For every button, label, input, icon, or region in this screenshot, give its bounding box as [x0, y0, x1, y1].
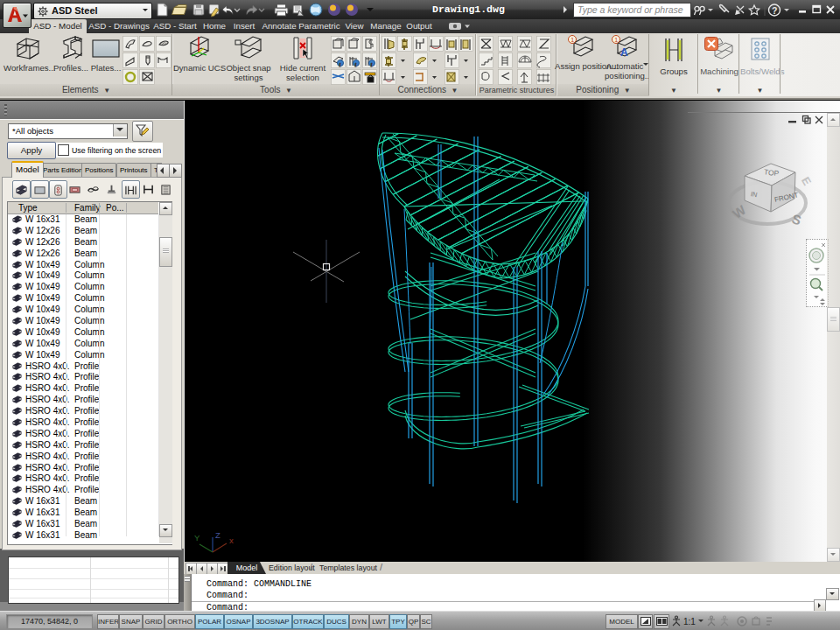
svg-text:Y: Y [194, 533, 200, 542]
svg-text:1:1: 1:1 [683, 617, 696, 626]
svg-text:Z: Z [215, 530, 220, 540]
svg-text:A: A [620, 46, 628, 59]
svg-text:TOP: TOP [764, 167, 780, 178]
svg-text:1: 1 [614, 37, 618, 43]
svg-text:i: i [355, 61, 357, 68]
svg-text:E: E [799, 175, 814, 188]
svg-text:x: x [229, 536, 234, 545]
svg-text:1: 1 [570, 37, 574, 43]
svg-text:W: W [730, 201, 749, 221]
svg-text:?: ? [772, 5, 777, 16]
svg-text:i: i [371, 61, 373, 68]
svg-text:i: i [340, 61, 341, 68]
svg-text:S: S [790, 211, 803, 228]
